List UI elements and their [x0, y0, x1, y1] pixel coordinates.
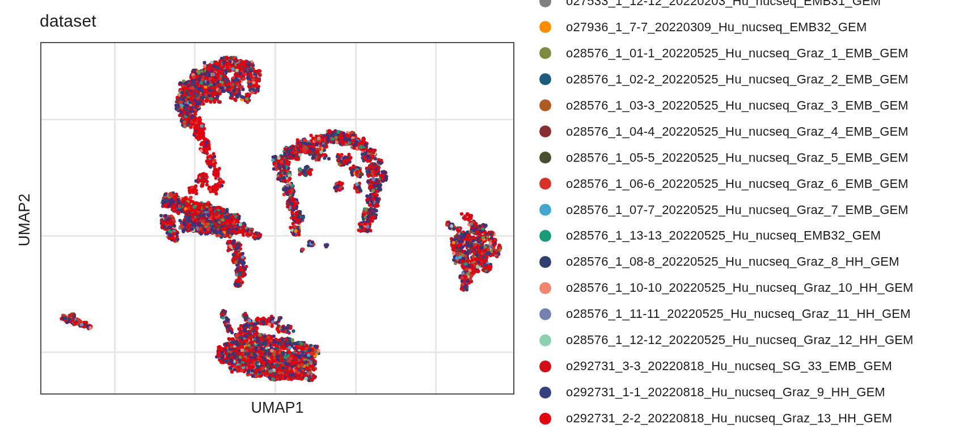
x-axis-label: UMAP1 [41, 399, 513, 417]
umap-scatter-canvas [0, 0, 980, 436]
y-axis-label: UMAP2 [16, 44, 33, 396]
plot-title: dataset [40, 11, 96, 31]
